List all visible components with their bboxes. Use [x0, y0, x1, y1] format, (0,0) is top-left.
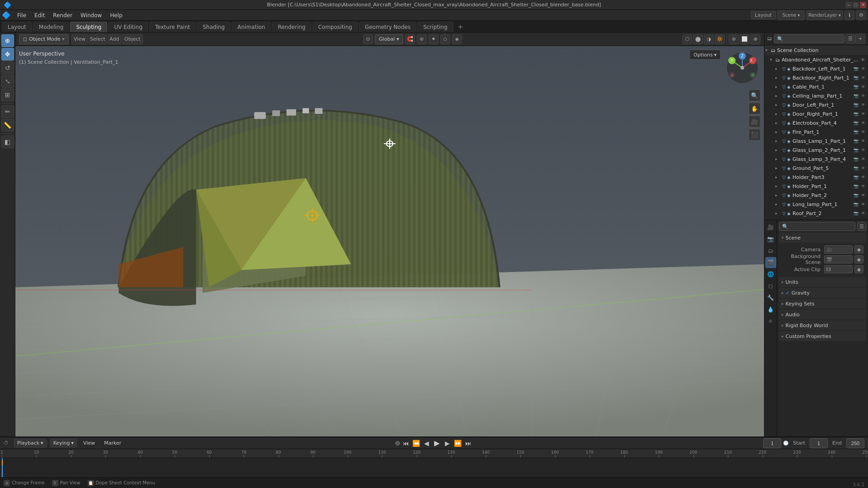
jump-end-btn[interactable]: ⏭: [464, 439, 473, 448]
settings-icon[interactable]: ⚙: [856, 10, 866, 20]
tab-modeling[interactable]: Modeling: [33, 22, 70, 32]
prop-tab-view-layer[interactable]: 🗂: [765, 245, 776, 256]
outliner-item[interactable]: ▸ ▽ ◈ Door_Right_Part_1 📷 👁: [764, 109, 868, 118]
viewport-options-button[interactable]: Options ▾: [689, 50, 721, 60]
pan-btn[interactable]: ✋: [749, 103, 760, 114]
object-menu[interactable]: Object: [122, 34, 143, 44]
properties-search-input[interactable]: [779, 222, 855, 231]
outliner-filter-btn[interactable]: ☰: [845, 34, 855, 44]
item-visibility-icon[interactable]: 👁: [860, 103, 866, 107]
menu-render[interactable]: Render: [49, 11, 76, 19]
jump-start-btn[interactable]: ⏮: [401, 439, 410, 448]
item-visibility-icon[interactable]: 👁: [860, 148, 866, 152]
select-menu[interactable]: Select: [89, 34, 107, 44]
outliner-item[interactable]: ▸ ▽ ◈ Glass_Lamp_2_Part_1 📷 👁: [764, 145, 868, 155]
wireframe-mode-btn[interactable]: ⬡: [682, 34, 692, 44]
minimize-button[interactable]: –: [845, 2, 852, 8]
tab-scripting[interactable]: Scripting: [417, 22, 453, 32]
outliner-item[interactable]: ▸ ▽ ◈ Glass_Lamp_1_Part_1 📷 👁: [764, 136, 868, 145]
step-back-btn[interactable]: ⏪: [412, 439, 421, 448]
item-visibility-icon[interactable]: 👁: [860, 193, 866, 197]
3d-viewport[interactable]: User Perspective (1) Scene Collection | …: [15, 46, 764, 436]
tool-annotate[interactable]: ✏: [1, 105, 14, 118]
tool-scale[interactable]: ⤡: [1, 75, 14, 88]
step-forward-btn[interactable]: ▶: [443, 439, 452, 448]
global-dropdown[interactable]: Global ▾: [375, 34, 403, 44]
onion-skin-icon[interactable]: ◈: [452, 34, 462, 44]
close-button[interactable]: ✕: [860, 2, 866, 8]
outliner-item[interactable]: ▸ ▽ ◈ Long_lamp_Part_1 📷 👁: [764, 200, 868, 209]
prop-tab-world[interactable]: 🌐: [765, 269, 776, 280]
item-camera-icon[interactable]: 📷: [853, 193, 859, 197]
outliner-item[interactable]: ▸ ▽ ◈ Holder_Part3 📷 👁: [764, 173, 868, 182]
item-visibility-icon[interactable]: 👁: [860, 121, 866, 125]
item-visibility-icon[interactable]: 👁: [860, 157, 866, 161]
timeline-ruler[interactable]: 1102030405060708090100110120130140150160…: [0, 449, 868, 458]
item-camera-icon[interactable]: 📷: [853, 157, 859, 161]
outliner-item[interactable]: ▸ ▽ ◈ Holder_Part_2 📷 👁: [764, 191, 868, 200]
outliner-item[interactable]: ▸ ▽ ◈ Holder_Part_1 📷 👁: [764, 182, 868, 191]
item-camera-icon[interactable]: 📷: [853, 175, 859, 179]
material-mode-btn[interactable]: ◑: [704, 34, 714, 44]
keyframe-icon[interactable]: ◇: [440, 34, 450, 44]
properties-search-btn[interactable]: ☰: [857, 222, 866, 231]
outliner-add-btn[interactable]: +: [855, 34, 865, 44]
tab-sculpting[interactable]: Sculpting: [70, 22, 107, 32]
tool-add-object[interactable]: ◧: [1, 136, 14, 148]
outliner-root-collection[interactable]: ▾ 🗂 Abandoned_Aircraft_Shelter_Closed 👁: [764, 55, 868, 64]
playback-dropdown[interactable]: Playback ▾: [14, 439, 47, 447]
transform-pivot-icon[interactable]: ⊙: [363, 34, 373, 44]
active-clip-value[interactable]: 🎞: [824, 265, 853, 273]
item-camera-icon[interactable]: 📷: [853, 130, 859, 134]
tab-uv-editing[interactable]: UV Editing: [108, 22, 148, 32]
overlay-btn[interactable]: ⊛: [729, 34, 739, 44]
solid-mode-btn[interactable]: ⬤: [693, 34, 703, 44]
menu-file[interactable]: File: [14, 11, 30, 19]
bg-scene-value[interactable]: 🎬: [824, 255, 853, 263]
item-visibility-icon[interactable]: 👁: [860, 130, 866, 134]
mode-dropdown[interactable]: ◻ Object Mode ▾: [19, 34, 69, 44]
item-visibility-icon[interactable]: 👁: [860, 84, 866, 89]
add-menu[interactable]: Add: [108, 34, 121, 44]
marker-menu-tl[interactable]: Marker: [101, 439, 124, 447]
keying-sets-header[interactable]: ▸ Keying Sets: [779, 299, 866, 309]
outliner-search-input[interactable]: [774, 34, 844, 43]
scene-selector[interactable]: Scene ▾: [778, 10, 805, 20]
tab-texture-paint[interactable]: Texture Paint: [149, 22, 196, 32]
tab-animation[interactable]: Animation: [231, 22, 271, 32]
outliner-item[interactable]: ▸ ▽ ◈ Fire_Part_1 📷 👁: [764, 127, 868, 136]
object-type-vis-btn[interactable]: ⬛: [749, 129, 760, 141]
menu-edit[interactable]: Edit: [31, 11, 48, 19]
menu-window[interactable]: Window: [77, 11, 105, 19]
scene-section-header[interactable]: ▾ Scene: [779, 233, 866, 243]
snap-magnet-icon[interactable]: 🧲: [405, 34, 415, 44]
item-camera-icon[interactable]: 📷: [853, 139, 859, 143]
item-visibility-icon[interactable]: 👁: [860, 211, 866, 216]
current-frame-input[interactable]: 1: [763, 438, 781, 448]
audio-section-header[interactable]: ▸ Audio: [779, 310, 866, 319]
tool-rotate[interactable]: ↺: [1, 61, 14, 74]
camera-value[interactable]: 🎥: [824, 245, 853, 253]
outliner-item[interactable]: ▸ ▽ ◈ Ceiling_lamp_Part_1 📷 👁: [764, 91, 868, 100]
outliner-item[interactable]: ▸ ▽ ◈ Roof_Part_2 📷 👁: [764, 209, 868, 218]
tab-rendering[interactable]: Rendering: [272, 22, 311, 32]
prop-tab-physics[interactable]: ⚛: [765, 316, 776, 327]
visibility-icon[interactable]: 👁: [860, 57, 866, 62]
active-clip-browse-btn[interactable]: ◉: [854, 265, 863, 273]
navigation-gizmo[interactable]: X Y Z -X -Y: [724, 50, 760, 86]
bg-scene-browse-btn[interactable]: ◉: [854, 255, 863, 263]
item-visibility-icon[interactable]: 👁: [860, 139, 866, 143]
timeline-content[interactable]: [0, 458, 868, 477]
scene-collection-root[interactable]: ▾ 🗂 Scene Collection: [764, 45, 868, 55]
zoom-in-btn[interactable]: 🔍: [749, 89, 760, 101]
play-pause-btn[interactable]: ▶: [433, 439, 442, 448]
auto-keying-icon[interactable]: ⚫: [429, 34, 439, 44]
item-camera-icon[interactable]: 📷: [853, 166, 859, 170]
prop-tab-render[interactable]: 🎥: [765, 222, 776, 233]
outliner-item[interactable]: ▸ ▽ ◈ Backdoor_Left_Part_1 📷 👁: [764, 64, 868, 73]
tab-shading[interactable]: Shading: [197, 22, 231, 32]
add-workspace-button[interactable]: +: [454, 21, 467, 32]
custom-props-section-header[interactable]: ▸ Custom Properties: [779, 331, 866, 341]
step-forward-small-btn[interactable]: ◀: [422, 439, 431, 448]
transform-gizmo-btn[interactable]: ⊕: [750, 34, 760, 44]
